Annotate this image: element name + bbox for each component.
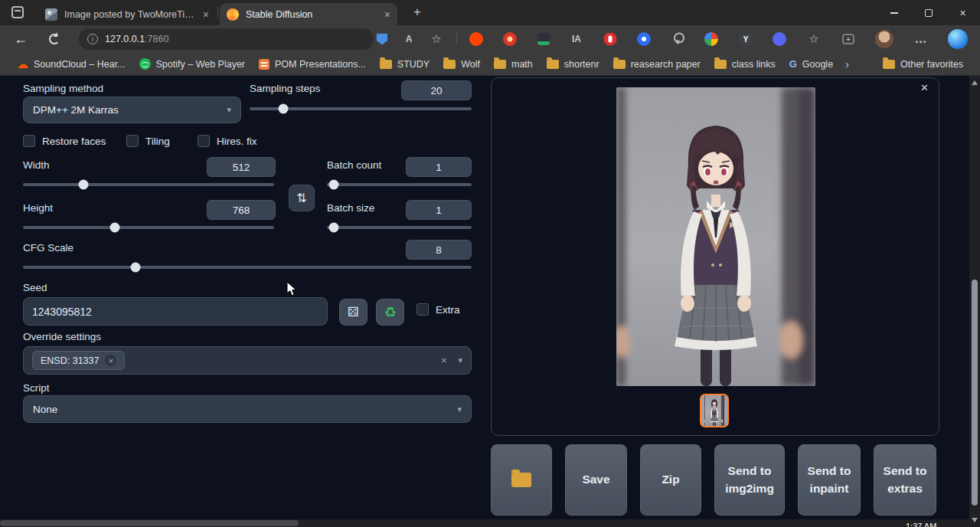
open-folder-button[interactable] bbox=[491, 444, 552, 516]
slider-knob[interactable] bbox=[130, 263, 140, 273]
favorites-hub-icon[interactable]: ☆ bbox=[808, 32, 818, 46]
favorite-folder-research[interactable]: reasearch paper bbox=[606, 55, 707, 74]
favorite-star-icon[interactable]: ☆ bbox=[431, 32, 441, 46]
script-dropdown[interactable]: None ▾ bbox=[23, 395, 472, 423]
read-aloud-icon[interactable]: A bbox=[406, 34, 413, 44]
red-extension-icon[interactable] bbox=[503, 32, 517, 46]
gradio-favicon bbox=[227, 8, 239, 21]
width-slider[interactable] bbox=[23, 183, 274, 186]
folder-icon bbox=[613, 60, 626, 69]
multicolor-extension-icon[interactable] bbox=[704, 32, 718, 46]
favorites-bar: ☁SoundCloud – Hear... Spotify – Web Play… bbox=[0, 53, 980, 76]
override-settings-box[interactable]: ENSD: 31337 × × ▾ bbox=[23, 346, 472, 375]
slider-knob[interactable] bbox=[109, 223, 119, 233]
favorite-folder-study[interactable]: STUDY bbox=[373, 55, 436, 74]
site-info-icon[interactable]: i bbox=[87, 34, 98, 44]
cfg-scale-input[interactable] bbox=[406, 240, 472, 260]
browser-chrome: Image posted by TwoMoreTimes × Stable Di… bbox=[0, 0, 980, 76]
location-pin-icon[interactable] bbox=[673, 33, 682, 46]
favorite-folder-math[interactable]: math bbox=[487, 55, 540, 74]
copilot-icon[interactable] bbox=[948, 29, 968, 49]
favorite-folder-classlinks[interactable]: class links bbox=[707, 55, 782, 74]
back-button[interactable]: ← bbox=[14, 31, 28, 47]
favorite-folder-wolf[interactable]: Wolf bbox=[436, 55, 487, 74]
swap-dimensions-button[interactable]: ⇅ bbox=[289, 185, 315, 211]
minimize-button[interactable] bbox=[877, 0, 911, 25]
tab-close-icon[interactable]: × bbox=[384, 9, 390, 20]
scroll-down-icon[interactable] bbox=[972, 518, 978, 522]
batch-size-slider[interactable] bbox=[327, 226, 472, 229]
save-button[interactable]: Save bbox=[565, 444, 627, 516]
favorite-label: Other favorites bbox=[900, 59, 963, 70]
tiling-checkbox[interactable] bbox=[126, 135, 139, 147]
sampling-method-dropdown[interactable]: DPM++ 2M Karras ▾ bbox=[23, 97, 241, 123]
address-bar[interactable]: i 127.0.0.1:7860 bbox=[79, 28, 374, 50]
ia-extension-icon[interactable]: IA bbox=[572, 34, 581, 44]
zip-button[interactable]: Zip bbox=[640, 444, 701, 516]
tag-extension-icon[interactable] bbox=[377, 34, 388, 45]
clear-tokens-icon[interactable]: × bbox=[441, 355, 447, 366]
cfg-scale-slider[interactable] bbox=[23, 266, 472, 269]
scroll-up-icon[interactable] bbox=[972, 80, 978, 85]
height-input[interactable] bbox=[207, 200, 276, 220]
hires-fix-checkbox[interactable] bbox=[198, 135, 210, 147]
extra-checkbox[interactable] bbox=[416, 303, 429, 316]
slider-knob[interactable] bbox=[278, 104, 288, 114]
favorite-pom[interactable]: POM Presentations... bbox=[252, 55, 373, 74]
blue-extension-icon[interactable] bbox=[637, 32, 651, 46]
favorite-label: Wolf bbox=[461, 59, 480, 70]
batch-count-input[interactable] bbox=[406, 157, 472, 177]
favorite-google[interactable]: GGoogle bbox=[782, 55, 840, 74]
profile-avatar[interactable] bbox=[875, 30, 893, 48]
sampling-steps-slider[interactable] bbox=[250, 107, 472, 110]
favorite-label: class links bbox=[732, 59, 776, 70]
new-tab-button[interactable]: + bbox=[410, 5, 425, 20]
send-to-img2img-button[interactable]: Send to img2img bbox=[714, 444, 785, 516]
settings-menu-icon[interactable]: … bbox=[915, 32, 928, 46]
dark-extension-icon[interactable] bbox=[537, 33, 550, 45]
height-slider[interactable] bbox=[23, 226, 274, 229]
slider-knob[interactable] bbox=[329, 180, 339, 190]
indigo-extension-icon[interactable] bbox=[773, 32, 786, 46]
other-favorites[interactable]: Other favorites bbox=[876, 55, 970, 74]
folder-icon bbox=[714, 60, 727, 69]
collections-icon[interactable]: + bbox=[843, 34, 854, 44]
send-to-extras-button[interactable]: Send to extras bbox=[874, 444, 936, 516]
reuse-seed-button[interactable]: ♻ bbox=[376, 299, 404, 326]
hires-fix-option: Hires. fix bbox=[198, 135, 257, 147]
width-input[interactable] bbox=[207, 157, 276, 177]
gallery-thumbnail-selected[interactable] bbox=[700, 394, 729, 427]
override-token-chip[interactable]: ENSD: 31337 × bbox=[32, 351, 125, 370]
horizontal-scrollbar-thumb[interactable] bbox=[0, 520, 299, 526]
vertical-scrollbar-thumb[interactable] bbox=[972, 280, 978, 506]
batch-size-input[interactable] bbox=[406, 200, 472, 220]
send-to-inpaint-button[interactable]: Send to inpaint bbox=[798, 444, 861, 516]
generated-image[interactable] bbox=[616, 87, 815, 386]
random-seed-button[interactable]: ⚄ bbox=[339, 299, 368, 326]
slider-knob[interactable] bbox=[329, 223, 339, 233]
restore-faces-checkbox[interactable] bbox=[23, 135, 35, 147]
tab-close-icon[interactable]: × bbox=[203, 9, 209, 20]
tab-actions-icon[interactable] bbox=[11, 6, 24, 18]
reddit-extension-icon[interactable] bbox=[469, 32, 483, 46]
window-close-button[interactable]: × bbox=[946, 0, 980, 25]
favorites-overflow-icon[interactable]: › bbox=[840, 57, 854, 70]
batch-count-slider[interactable] bbox=[327, 183, 472, 186]
remove-token-icon[interactable]: × bbox=[105, 355, 116, 366]
y-extension-icon[interactable]: Y bbox=[740, 33, 752, 45]
slider-knob[interactable] bbox=[78, 180, 88, 190]
gallery-close-icon[interactable]: ✕ bbox=[920, 82, 929, 93]
favorite-folder-shortenr[interactable]: shortenr bbox=[540, 55, 606, 74]
vertical-scrollbar[interactable] bbox=[969, 76, 980, 527]
maximize-button[interactable] bbox=[911, 0, 946, 25]
tab-image-posted[interactable]: Image posted by TwoMoreTimes × bbox=[38, 3, 216, 25]
favorite-spotify[interactable]: Spotify – Web Player bbox=[132, 55, 253, 74]
tab-stable-diffusion[interactable]: Stable Diffusion × bbox=[220, 3, 397, 25]
horizontal-scrollbar[interactable] bbox=[0, 519, 969, 527]
seed-input[interactable] bbox=[23, 297, 328, 326]
window-controls: × bbox=[877, 0, 980, 25]
refresh-button[interactable] bbox=[49, 34, 60, 44]
sampling-steps-input[interactable] bbox=[401, 80, 472, 100]
favorite-soundcloud[interactable]: ☁SoundCloud – Hear... bbox=[10, 55, 132, 74]
adblock-extension-icon[interactable] bbox=[604, 33, 617, 46]
